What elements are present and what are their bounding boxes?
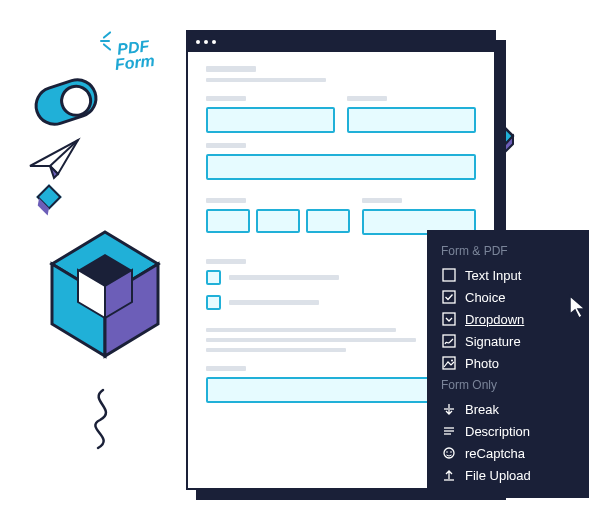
signature-icon: [441, 333, 457, 349]
menu-item-label: Dropdown: [465, 312, 524, 327]
field-label: [362, 198, 402, 203]
break-icon: [441, 401, 457, 417]
field-label: [206, 366, 246, 371]
text-field[interactable]: [206, 107, 335, 133]
field-label: [206, 143, 246, 148]
checkbox-field[interactable]: [206, 295, 221, 310]
menu-item-text-input[interactable]: Text Input: [427, 264, 589, 286]
placeholder-line: [206, 348, 346, 352]
file-upload-icon: [441, 467, 457, 483]
placeholder-line: [206, 328, 396, 332]
placeholder-subtext: [206, 78, 326, 82]
menu-item-label: Description: [465, 424, 530, 439]
choice-icon: [441, 289, 457, 305]
menu-item-choice[interactable]: Choice: [427, 286, 589, 308]
dropdown-icon: [441, 311, 457, 327]
field-picker-menu: Form & PDF Text Input Choice Dropdown Si…: [427, 230, 589, 498]
svg-rect-13: [443, 313, 455, 325]
menu-section-header: Form & PDF: [427, 240, 589, 264]
paper-plane-icon: [28, 136, 84, 182]
svg-rect-12: [443, 291, 455, 303]
text-field[interactable]: [347, 107, 476, 133]
menu-item-label: Choice: [465, 290, 505, 305]
svg-point-22: [446, 451, 448, 453]
menu-section-header: Form Only: [427, 374, 589, 398]
short-field[interactable]: [206, 209, 250, 233]
short-field[interactable]: [256, 209, 300, 233]
svg-rect-14: [443, 335, 455, 347]
menu-item-recaptcha[interactable]: reCaptcha: [427, 442, 589, 464]
menu-item-signature[interactable]: Signature: [427, 330, 589, 352]
recaptcha-icon: [441, 445, 457, 461]
menu-item-label: Photo: [465, 356, 499, 371]
diamond-icon: [36, 184, 61, 209]
menu-item-photo[interactable]: Photo: [427, 352, 589, 374]
menu-item-file-upload[interactable]: File Upload: [427, 464, 589, 486]
menu-item-label: Signature: [465, 334, 521, 349]
option-label-placeholder: [229, 300, 319, 305]
menu-item-label: reCaptcha: [465, 446, 525, 461]
menu-item-label: File Upload: [465, 468, 531, 483]
pdf-form-label: PDF Form: [113, 38, 156, 72]
menu-item-label: Text Input: [465, 268, 521, 283]
menu-item-description[interactable]: Description: [427, 420, 589, 442]
short-field[interactable]: [306, 209, 350, 233]
cursor-icon: [567, 294, 589, 320]
cube-icon: [40, 224, 170, 374]
menu-item-break[interactable]: Break: [427, 398, 589, 420]
text-field[interactable]: [206, 154, 476, 180]
svg-point-23: [450, 451, 452, 453]
field-label: [206, 198, 246, 203]
titlebar: [188, 32, 494, 52]
menu-item-dropdown[interactable]: Dropdown: [427, 308, 589, 330]
squiggle-icon: [78, 386, 128, 456]
option-label-placeholder: [229, 275, 339, 280]
text-input-icon: [441, 267, 457, 283]
menu-item-label: Break: [465, 402, 499, 417]
placeholder-line: [206, 338, 416, 342]
field-label: [206, 259, 246, 264]
field-label: [206, 96, 246, 101]
field-label: [347, 96, 387, 101]
description-icon: [441, 423, 457, 439]
svg-point-16: [451, 360, 453, 362]
svg-rect-11: [443, 269, 455, 281]
photo-icon: [441, 355, 457, 371]
toggle-icon: [29, 73, 102, 131]
checkbox-field[interactable]: [206, 270, 221, 285]
placeholder-heading: [206, 66, 256, 72]
